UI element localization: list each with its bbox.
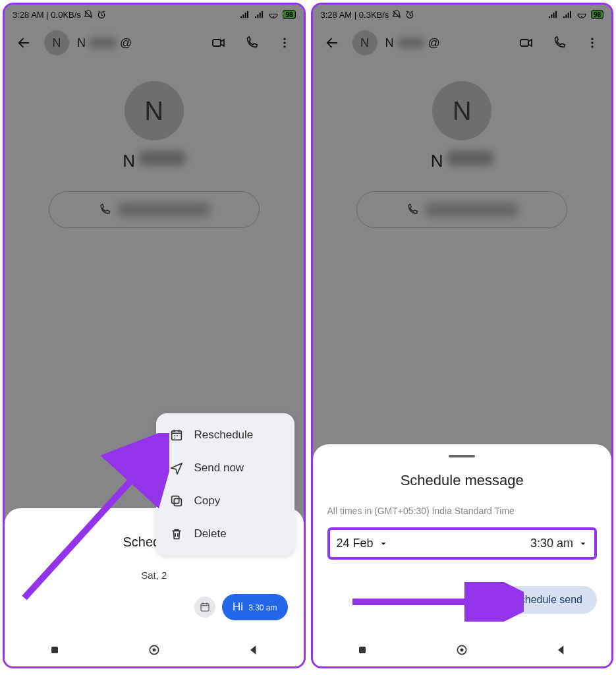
status-time: 3:28 AM xyxy=(321,10,352,20)
svg-point-9 xyxy=(174,435,175,436)
alarm-icon xyxy=(96,9,107,20)
send-icon xyxy=(169,461,184,475)
nav-bar xyxy=(5,633,304,666)
contact-blur xyxy=(398,38,424,47)
content: N N xyxy=(313,61,612,228)
more-button[interactable] xyxy=(272,30,297,55)
arrow-left-icon xyxy=(16,36,31,50)
phone-chip[interactable] xyxy=(356,191,567,228)
dnd-icon xyxy=(83,9,94,20)
svg-rect-21 xyxy=(520,40,528,46)
phone-icon xyxy=(244,36,259,50)
svg-point-6 xyxy=(283,45,285,47)
svg-point-11 xyxy=(174,438,175,439)
contact-label-blur xyxy=(447,151,493,165)
contact-name-top[interactable]: N @ xyxy=(77,36,198,50)
contact-name-prefix: N xyxy=(77,36,86,50)
arrow-left-icon xyxy=(325,36,339,50)
call-button[interactable] xyxy=(547,30,572,55)
signal-icon xyxy=(239,9,250,20)
time-select[interactable]: 3:30 am xyxy=(530,537,588,550)
drag-handle[interactable] xyxy=(449,455,475,457)
svg-point-24 xyxy=(591,45,593,47)
battery-badge: 98 xyxy=(591,10,603,19)
topbar: N N @ xyxy=(313,24,612,61)
menu-delete[interactable]: Delete xyxy=(156,517,294,550)
message-time: 3:30 am xyxy=(248,603,277,612)
svg-point-2 xyxy=(273,16,274,17)
avatar[interactable]: N xyxy=(352,30,378,55)
svg-point-10 xyxy=(177,435,178,436)
annotation-arrow xyxy=(352,582,524,622)
video-icon xyxy=(211,35,227,51)
signal-icon xyxy=(562,9,573,20)
phone-icon xyxy=(552,36,567,50)
wifi-icon xyxy=(268,9,279,20)
status-time: 3:28 AM xyxy=(13,10,44,20)
menu-copy[interactable]: Copy xyxy=(156,484,294,517)
alarm-icon xyxy=(405,9,415,20)
svg-rect-26 xyxy=(359,647,366,653)
date-select[interactable]: 24 Feb xyxy=(337,537,388,550)
video-call-button[interactable] xyxy=(206,30,231,55)
svg-rect-3 xyxy=(213,40,221,46)
avatar-large[interactable]: N xyxy=(432,81,491,140)
contact-label: N xyxy=(5,151,304,171)
back-button[interactable] xyxy=(11,30,36,55)
video-call-button[interactable] xyxy=(514,30,539,55)
avatar[interactable]: N xyxy=(44,30,69,55)
nav-recent-icon[interactable] xyxy=(48,643,61,657)
svg-point-23 xyxy=(591,42,593,44)
call-button[interactable] xyxy=(239,30,264,55)
contact-name-top[interactable]: N @ xyxy=(385,36,507,50)
svg-line-14 xyxy=(24,453,156,598)
calendar-icon xyxy=(169,428,184,442)
phone-chip[interactable] xyxy=(49,191,260,228)
phone-number-blur xyxy=(426,202,518,217)
back-button[interactable] xyxy=(320,30,345,55)
svg-rect-13 xyxy=(171,496,179,504)
nav-bar xyxy=(313,633,612,666)
svg-rect-15 xyxy=(51,647,58,653)
menu-reschedule[interactable]: Reschedule xyxy=(156,419,294,452)
message-bubble[interactable]: Hi 3:30 am xyxy=(222,594,287,620)
chevron-down-icon xyxy=(578,539,588,548)
annotation-arrow xyxy=(18,433,169,604)
trash-icon xyxy=(169,527,184,541)
contact-blur xyxy=(90,38,116,47)
topbar: N N @ xyxy=(5,24,304,61)
content: N N xyxy=(5,61,304,228)
svg-rect-7 xyxy=(201,604,209,611)
contact-label-blur xyxy=(139,151,185,165)
signal-icon xyxy=(254,9,264,20)
status-net: 0.3KB/s xyxy=(359,10,389,20)
battery-badge: 98 xyxy=(283,10,295,19)
schedule-indicator[interactable] xyxy=(194,597,215,618)
nav-back-icon[interactable] xyxy=(247,643,260,657)
at-icon: @ xyxy=(428,36,440,50)
svg-point-22 xyxy=(591,38,593,40)
svg-point-20 xyxy=(581,16,582,17)
nav-recent-icon[interactable] xyxy=(356,643,369,657)
phone-right: 3:28 AM | 0.3KB/s 98 N N @ xyxy=(311,3,614,668)
date-value: 24 Feb xyxy=(337,537,374,550)
menu-send-now[interactable]: Send now xyxy=(156,452,294,484)
nav-home-icon[interactable] xyxy=(148,643,161,657)
menu-copy-label: Copy xyxy=(194,494,221,508)
dots-vertical-icon xyxy=(586,36,599,49)
phone-left: 3:28 AM | 0.0KB/s 98 N N @ xyxy=(3,3,306,668)
at-icon: @ xyxy=(120,36,132,50)
status-bar: 3:28 AM | 0.0KB/s 98 xyxy=(5,5,304,24)
svg-point-28 xyxy=(461,649,464,652)
avatar-large[interactable]: N xyxy=(125,81,184,140)
nav-back-icon[interactable] xyxy=(555,643,568,657)
svg-point-5 xyxy=(283,42,285,44)
phone-icon xyxy=(98,203,111,216)
chevron-down-icon xyxy=(379,539,388,548)
more-button[interactable] xyxy=(580,30,605,55)
wifi-icon xyxy=(576,9,587,20)
menu-reschedule-label: Reschedule xyxy=(194,428,254,442)
datetime-row-highlight: 24 Feb 3:30 am xyxy=(327,527,598,560)
nav-home-icon[interactable] xyxy=(455,643,468,657)
time-value: 3:30 am xyxy=(530,537,573,550)
